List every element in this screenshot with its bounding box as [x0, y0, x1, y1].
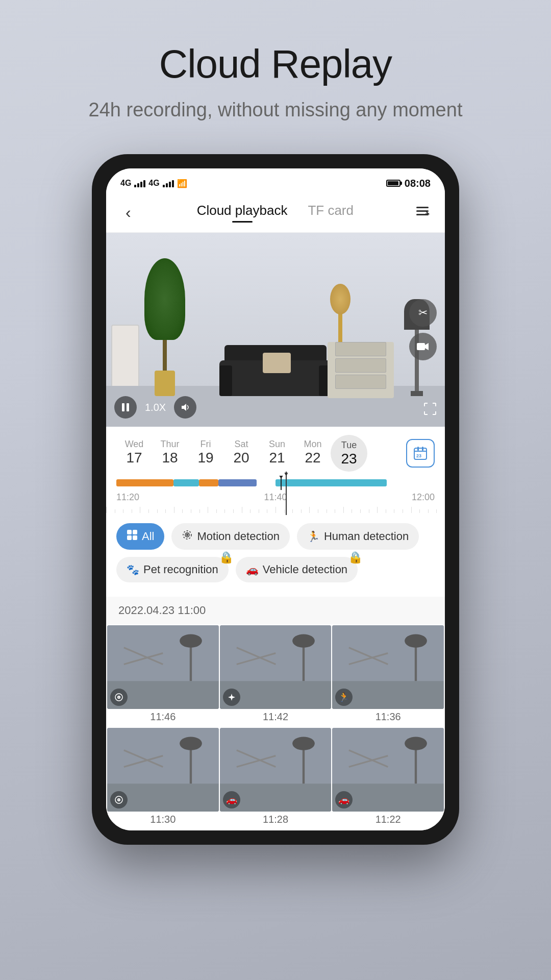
tick	[386, 509, 386, 513]
scissors-button[interactable]: ✂	[409, 299, 437, 327]
thumbnail-item[interactable]: 🚗	[332, 728, 444, 812]
pause-button[interactable]	[114, 396, 137, 419]
tick	[352, 509, 352, 513]
thumbnail-col[interactable]: 11:46	[107, 625, 219, 727]
thumb-time-label: 11:28	[220, 812, 332, 829]
date-day-num: 19	[197, 450, 213, 466]
tick	[132, 509, 132, 513]
filter-row-1: All Motion detection 🏃 Human detection 🐾…	[116, 523, 435, 582]
thumbnail-item[interactable]	[220, 625, 332, 709]
thumbnail-col[interactable]: 11:42	[220, 625, 332, 727]
date-day-name: Wed	[125, 439, 144, 450]
svg-rect-8	[422, 447, 423, 451]
thumbnail-col[interactable]: 11:30	[107, 728, 219, 829]
lock-icon-pet: 🔒	[219, 551, 233, 564]
timeline-needle-line	[281, 476, 282, 490]
date-item-21[interactable]: Sun 21	[259, 435, 295, 472]
chip-icon-human: 🏃	[307, 530, 320, 543]
tick	[335, 509, 335, 513]
status-left: 4G 4G 📶	[120, 179, 187, 188]
tick	[360, 509, 361, 513]
date-item-18[interactable]: Thur 18	[152, 435, 188, 472]
filter-chip-human[interactable]: 🏃 Human detection	[297, 523, 419, 550]
back-button[interactable]: ‹	[120, 201, 136, 224]
calendar-button[interactable]: 23	[406, 439, 435, 468]
svg-rect-4	[122, 403, 124, 411]
chip-label-motion: Motion detection	[197, 530, 279, 543]
thumbnail-item[interactable]	[107, 728, 219, 812]
tab-cloud-playback[interactable]: Cloud playback	[197, 203, 288, 223]
tick	[233, 509, 234, 513]
thumbnail-col[interactable]: 🏃11:36	[332, 625, 444, 727]
date-item-17[interactable]: Wed 17	[116, 435, 152, 472]
svg-rect-11	[133, 530, 137, 534]
date-item-23[interactable]: Tue 23	[331, 435, 367, 472]
thumbnail-item[interactable]: 🚗	[220, 728, 332, 812]
timeline-section[interactable]: 11:20 11:40 12:00	[106, 472, 445, 515]
tick	[216, 509, 217, 513]
signal-4g-1: 4G	[120, 179, 131, 188]
date-item-20[interactable]: Sat 20	[223, 435, 259, 472]
filter-chip-motion[interactable]: Motion detection	[171, 523, 289, 550]
svg-rect-12	[127, 535, 132, 540]
filter-chip-vehicle[interactable]: 🚗 Vehicle detection 🔒	[236, 557, 358, 582]
timeline-label-start: 11:20	[116, 492, 139, 503]
video-side-controls: ✂	[409, 299, 437, 360]
nav-bar: ‹ Cloud playback TF card	[106, 195, 445, 233]
timeline-bar	[116, 476, 435, 490]
download-icon[interactable]	[414, 204, 431, 222]
tick	[403, 509, 403, 513]
tick	[106, 507, 107, 513]
date-day-name: Sun	[269, 439, 285, 450]
recordings-date: 2022.04.23 11:00	[106, 597, 445, 624]
timeline-segment	[173, 479, 199, 486]
tick	[115, 509, 115, 513]
thumb-overlay-icon	[110, 689, 128, 706]
tick	[318, 509, 318, 513]
svg-point-35	[405, 634, 427, 648]
hero-header: Cloud Replay 24h recording, without miss…	[58, 41, 493, 124]
date-day-name: Tue	[341, 440, 357, 451]
thumbnail-col[interactable]: 🚗11:22	[332, 728, 444, 829]
timeline-segment	[218, 479, 257, 486]
date-day-name: Mon	[304, 439, 321, 450]
filter-chip-all[interactable]: All	[116, 523, 164, 550]
tick	[148, 509, 149, 513]
battery-icon	[386, 180, 400, 187]
svg-point-16	[187, 534, 188, 536]
filter-chip-pet[interactable]: 🐾 Pet recognition 🔒	[116, 557, 229, 582]
tick	[411, 507, 412, 513]
tick	[182, 509, 183, 513]
svg-text:23: 23	[416, 453, 421, 458]
thumbnails-grid: 11:46 11:42 🏃11:36	[106, 624, 445, 830]
svg-rect-10	[127, 530, 132, 534]
thumb-time-label: 11:42	[220, 709, 332, 727]
chip-label-all: All	[142, 530, 154, 543]
thumbnail-item[interactable]	[107, 625, 219, 709]
date-item-19[interactable]: Fri 19	[188, 435, 223, 472]
tab-tf-card[interactable]: TF card	[308, 203, 354, 223]
video-player: ✂ 1.0X	[106, 233, 445, 427]
door	[111, 325, 139, 396]
video-controls: 1.0X	[114, 396, 196, 419]
fullscreen-button[interactable]	[423, 402, 437, 419]
speed-label: 1.0X	[145, 402, 166, 413]
tick	[157, 509, 158, 513]
date-item-22[interactable]: Mon 22	[295, 435, 331, 472]
tick	[301, 509, 302, 513]
date-items: Wed 17 Thur 18 Fri 19 Sat 20 Sun 21 Mon …	[116, 435, 402, 472]
tick	[343, 507, 344, 513]
dresser	[328, 340, 394, 396]
thumbnail-item[interactable]: 🏃	[332, 625, 444, 709]
thumb-time-label: 11:46	[107, 709, 219, 727]
date-row: Wed 17 Thur 18 Fri 19 Sat 20 Sun 21 Mon …	[116, 435, 435, 472]
nav-tabs: Cloud playback TF card	[197, 203, 354, 223]
record-button[interactable]	[409, 333, 437, 360]
date-day-num: 18	[162, 450, 178, 466]
tick	[199, 509, 200, 513]
svg-point-50	[292, 737, 315, 750]
timeline-label-end: 12:00	[412, 492, 435, 503]
tick	[292, 509, 293, 513]
thumbnail-col[interactable]: 🚗11:28	[220, 728, 332, 829]
volume-button[interactable]	[174, 396, 196, 419]
